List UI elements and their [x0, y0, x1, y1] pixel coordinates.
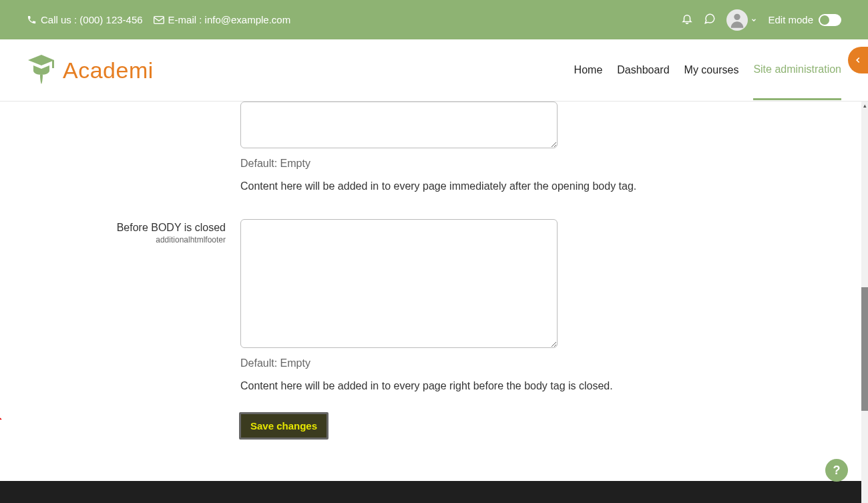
- nav-my-courses[interactable]: My courses: [684, 64, 739, 99]
- mail-icon: [154, 16, 164, 24]
- svg-point-1: [734, 13, 740, 19]
- avatar: [726, 9, 748, 31]
- callout-arrow-icon: [0, 387, 10, 427]
- sublabel-additionalhtmlfooter: additionalhtmlfooter: [27, 235, 226, 244]
- logo[interactable]: Academi: [27, 52, 154, 88]
- help-icon: ?: [833, 464, 841, 478]
- content: Default: Empty Content here will be adde…: [0, 102, 861, 503]
- nav-site-administration[interactable]: Site administration: [753, 63, 841, 100]
- graduation-cap-icon: [27, 52, 56, 88]
- topbar-right: Edit mode: [681, 9, 841, 31]
- topbar: Call us : (000) 123-456 E-mail : info@ex…: [0, 0, 868, 39]
- textarea-additionalhtmlfooter[interactable]: [240, 219, 558, 348]
- navbar: Academi Home Dashboard My courses Site a…: [0, 39, 868, 102]
- nav-links: Home Dashboard My courses Site administr…: [574, 63, 841, 77]
- scroll-arrow-up-icon[interactable]: ▴: [861, 102, 868, 110]
- edit-mode-control: Edit mode: [768, 14, 841, 26]
- nav-home[interactable]: Home: [574, 64, 603, 99]
- nav-dashboard[interactable]: Dashboard: [617, 64, 669, 99]
- label-before-body-closed: Before BODY is closed: [27, 222, 226, 234]
- form-row-bottom: Before BODY is closed additionalhtmlfoot…: [0, 219, 861, 392]
- edit-mode-toggle[interactable]: [819, 14, 841, 26]
- save-changes-button[interactable]: Save changes: [239, 412, 329, 440]
- scrollbar-thumb[interactable]: [861, 287, 868, 411]
- brand-name: Academi: [63, 57, 154, 83]
- footer-bar: [0, 481, 861, 503]
- edit-mode-label: Edit mode: [768, 14, 813, 25]
- user-menu[interactable]: [726, 9, 757, 31]
- default-text-bottom: Default: Empty: [240, 357, 835, 369]
- bell-icon[interactable]: [681, 13, 693, 27]
- save-row: Save changes Click on Save changes: [0, 412, 861, 440]
- topbar-left: Call us : (000) 123-456 E-mail : info@ex…: [27, 14, 290, 25]
- phone-icon: [27, 15, 37, 25]
- email-text: E-mail : info@example.com: [168, 14, 291, 25]
- description-bottom: Content here will be added in to every p…: [240, 380, 835, 392]
- chevron-down-icon: [750, 14, 757, 25]
- form-row-top: Default: Empty Content here will be adde…: [0, 102, 861, 192]
- description-top: Content here will be added in to every p…: [240, 180, 835, 192]
- call-us-text: Call us : (000) 123-456: [41, 14, 143, 25]
- message-icon[interactable]: [704, 13, 716, 27]
- textarea-top[interactable]: [240, 102, 558, 148]
- default-text-top: Default: Empty: [240, 158, 835, 170]
- help-button[interactable]: ?: [825, 459, 848, 482]
- svg-rect-0: [154, 16, 164, 23]
